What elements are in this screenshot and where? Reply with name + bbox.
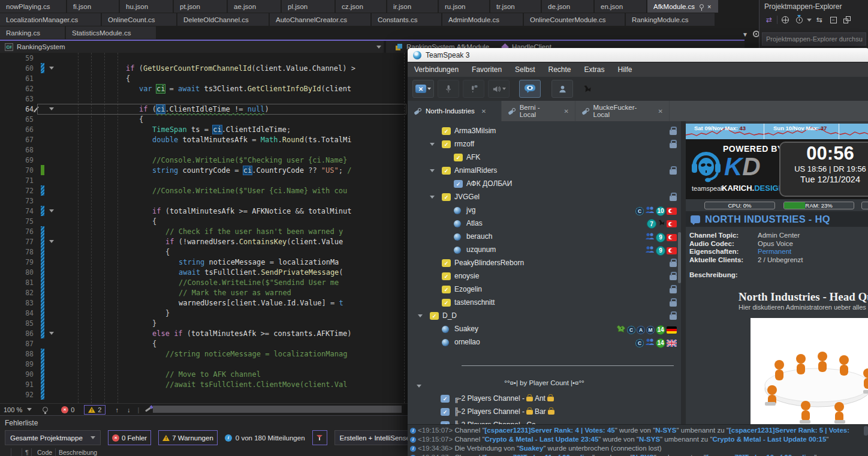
channel-players-Bar[interactable]: ✓╠-2 Players Channel -Bar — [408, 406, 681, 419]
menu-selbst[interactable]: Selbst — [508, 65, 541, 74]
column-code[interactable]: Code — [37, 449, 52, 456]
server-banner[interactable]: teamspeak POWERED BY KD KARICH.DESIGN 00… — [686, 139, 868, 199]
client-jvg[interactable]: C10jvg — [408, 204, 681, 217]
menu-hilfe[interactable]: Hilfe — [611, 65, 639, 74]
chat-scrollbar[interactable] — [864, 426, 868, 436]
channel-D_D[interactable]: ✓D_D — [408, 310, 681, 323]
channel-enoysie[interactable]: ✓enoysie — [408, 270, 681, 283]
client-berauch[interactable]: 9berauch — [408, 230, 681, 244]
close-icon[interactable]: ✕ — [658, 108, 663, 115]
tab-AfkModule.cs[interactable]: AfkModule.cs× — [647, 0, 718, 13]
pending-changes-filter-icon[interactable] — [793, 14, 805, 25]
column-description[interactable]: Beschreibung — [59, 449, 97, 456]
tab-StatisticsModule.cs[interactable]: StatisticsModule.cs — [66, 26, 156, 39]
sync-with-active-document-icon[interactable]: ⇄ — [763, 14, 775, 25]
tab-tr.json[interactable]: tr.json — [490, 0, 541, 13]
tab-ru.json[interactable]: ru.json — [439, 0, 489, 13]
client-ornellao[interactable]: C14ornellao — [408, 336, 681, 349]
breadcrumb-dropdown-icon[interactable] — [376, 46, 381, 49]
errors-filter-button[interactable]: × 0 Fehler — [108, 430, 151, 445]
tab-pt.json[interactable]: pt.json — [174, 0, 227, 13]
tab-hu.json[interactable]: hu.json — [120, 0, 173, 13]
hotkeys-button[interactable] — [577, 80, 598, 98]
editor-warning-count[interactable]: 2 — [84, 405, 106, 415]
horizontal-scrollbar[interactable] — [153, 406, 402, 413]
channel-Arma3Milsim[interactable]: ✓Arma3Milsim — [408, 125, 681, 138]
tab-de.json[interactable]: de.json — [542, 0, 593, 13]
tab-en.json[interactable]: en.json — [595, 0, 646, 13]
tab-DeleteOldChannel.cs[interactable]: DeleteOldChannel.cs — [177, 13, 269, 26]
messages-filter-button[interactable]: i 0 von 180 Mitteilungen — [225, 434, 305, 442]
spacer-channel[interactable]: °°¤•| by Player Count |•¤°° — [408, 379, 681, 392]
tab-cz.json[interactable]: cz.json — [336, 0, 386, 13]
disconnect-button[interactable]: ✕ — [412, 80, 434, 98]
channel-tree[interactable]: °°¤•| by Player Count |•¤°° ✓Arma3Milsim… — [408, 121, 681, 424]
scope-combo[interactable]: Gesamte Projektmappe — [5, 430, 101, 445]
client-Atlas[interactable]: 7Atlas — [408, 217, 681, 230]
tab-AutoChannelCreator.cs[interactable]: AutoChannelCreator.cs — [270, 13, 370, 26]
tab-RankingModule.cs[interactable]: RankingModule.cs — [626, 13, 715, 26]
channel-JVGGel[interactable]: ✓JVGGel — [408, 191, 681, 204]
menu-verbindungen[interactable]: Verbindungen — [408, 65, 465, 74]
lightbulb-icon[interactable] — [43, 407, 48, 412]
show-all-files-icon[interactable] — [841, 14, 853, 25]
tab-nowPlaying.cs[interactable]: nowPlaying.cs — [0, 0, 66, 13]
filter-button[interactable] — [312, 430, 327, 445]
close-icon[interactable]: ✕ — [481, 108, 486, 115]
collapse-all-icon[interactable]: − — [827, 14, 839, 25]
zoom-level[interactable]: 100 % — [4, 406, 22, 413]
prev-issue-button[interactable]: ↑ — [115, 406, 119, 413]
next-issue-button[interactable]: ↓ — [127, 406, 131, 413]
tab-ae.json[interactable]: ae.json — [228, 0, 281, 13]
channel-АФК ДОЛБАИ[interactable]: ✓АФК ДОЛБАИ — [408, 178, 681, 191]
chevron-down-icon[interactable] — [430, 143, 435, 146]
tab-AdminModule.cs[interactable]: AdminModule.cs — [442, 13, 523, 26]
tab-pl.json[interactable]: pl.json — [282, 0, 334, 13]
mute-microphone-button[interactable] — [463, 80, 484, 98]
home-icon[interactable] — [779, 14, 791, 25]
capture-profile-button[interactable] — [438, 80, 459, 98]
away-button[interactable] — [519, 80, 541, 98]
tab-Ranking.cs[interactable]: Ranking.cs — [0, 26, 65, 39]
menu-rechte[interactable]: Rechte — [541, 65, 577, 74]
chevron-down-icon[interactable] — [418, 314, 423, 317]
tab-OnlineCounterModule.cs[interactable]: OnlineCounterModule.cs — [524, 13, 625, 26]
server-tab-MuckeFucker-Local[interactable]: MuckeFucker-Local✕ — [575, 101, 670, 121]
chevron-down-icon[interactable] — [430, 196, 435, 199]
tab-ir.json[interactable]: ir.json — [387, 0, 438, 13]
close-icon[interactable]: × — [707, 3, 711, 10]
switch-views-icon[interactable]: ⇆ — [813, 14, 825, 25]
chevron-down-icon[interactable] — [430, 169, 435, 172]
tab-fi.json[interactable]: fi.json — [67, 0, 119, 13]
code-cleanup-icon[interactable] — [145, 407, 151, 412]
tab-LocalizationManager.cs[interactable]: LocalizationManager.cs — [0, 13, 101, 26]
editor-error-count[interactable]: × 0 — [61, 406, 74, 413]
channel-AFK[interactable]: ✓AFK — [408, 151, 681, 164]
channel-AnimalRiders[interactable]: ✓AnimalRiders — [408, 164, 681, 178]
contacts-button[interactable] — [551, 80, 573, 98]
mute-speaker-button[interactable] — [488, 80, 510, 98]
chevron-down-icon[interactable] — [417, 385, 421, 388]
close-icon[interactable]: ✕ — [564, 108, 569, 115]
channel-tastenschnitt[interactable]: ✓tastenschnitt — [408, 296, 681, 310]
warnings-filter-button[interactable]: 7 Warnungen — [158, 430, 218, 445]
server-tab-North-Industries[interactable]: North-Industries✕ — [408, 101, 502, 121]
channel-PeakyBlindersReborn[interactable]: ✓PeakyBlindersReborn — [408, 257, 681, 270]
teamspeak-titlebar[interactable]: TeamSpeak 3 — [408, 48, 868, 62]
filter-dropdown-icon[interactable] — [807, 19, 812, 22]
client-Suakey[interactable]: CAM14Suakey — [408, 323, 681, 336]
breadcrumb-project[interactable]: C# RankingSystem — [0, 43, 65, 51]
code-editor[interactable]: 5960if (GetUserCountFromChannelId(client… — [0, 53, 408, 403]
zoom-dropdown-icon[interactable] — [27, 408, 32, 411]
tab-overflow-dropdown[interactable]: ▼ — [742, 31, 748, 38]
channel-rmzoff[interactable]: ✓rmzoff — [408, 138, 681, 151]
server-tab-Berni - Local[interactable]: Berni - Local✕ — [502, 101, 575, 121]
build-intellisense-combo[interactable]: Erstellen + IntelliSense — [334, 430, 415, 445]
menu-favoriten[interactable]: Favoriten — [465, 65, 508, 74]
client-uzqunum[interactable]: 9uzqunum — [408, 244, 681, 257]
tab-OnlineCount.cs[interactable]: OnlineCount.cs — [102, 13, 176, 26]
pin-icon[interactable] — [700, 4, 704, 8]
tab-Constants.cs[interactable]: Constants.cs — [372, 13, 441, 26]
menu-extras[interactable]: Extras — [578, 65, 611, 74]
solution-explorer-search-input[interactable]: Projektmappen-Explorer durchsu — [762, 32, 866, 46]
